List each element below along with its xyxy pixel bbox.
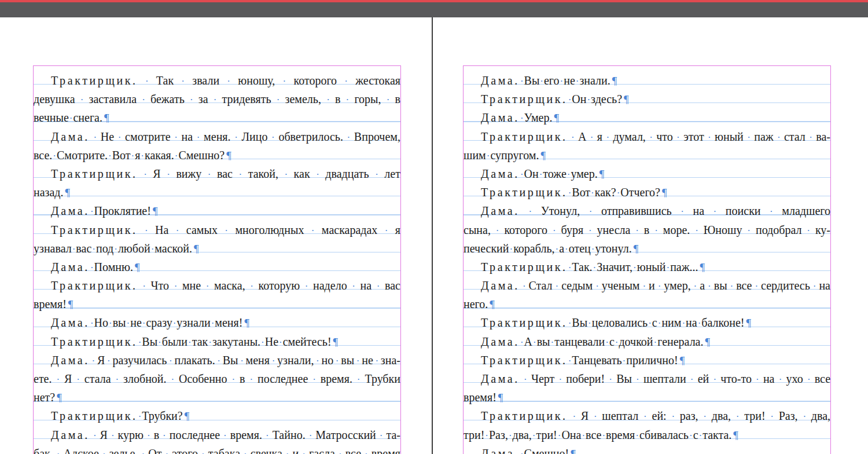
word: узнали, bbox=[277, 351, 314, 369]
text-line[interactable]: бак.·Адское·зелье.·От·этого·табака·свечк… bbox=[34, 444, 400, 454]
space-dot-icon: · bbox=[508, 427, 513, 444]
space-dot-icon: · bbox=[532, 334, 537, 351]
word: Я bbox=[97, 351, 105, 369]
text-line[interactable]: Дама.·Я·курю·в·последнее·время.·Тайно.·М… bbox=[34, 426, 400, 444]
text-line[interactable]: Трактирщик.·Вы·были·так·закутаны.·Не·сме… bbox=[34, 332, 400, 351]
word: были bbox=[162, 332, 187, 351]
word: бак. bbox=[34, 444, 53, 454]
word: с bbox=[652, 313, 657, 332]
text-line[interactable]: Дама.·Я·разучилась·плакать.·Вы·меня·узна… bbox=[34, 351, 400, 369]
space-dot-icon: · bbox=[72, 371, 84, 388]
space-dot-icon: · bbox=[53, 445, 64, 454]
space-dot-icon: · bbox=[201, 277, 214, 295]
word: ете. bbox=[34, 369, 52, 388]
text-line[interactable]: Трактирщик.·Так·звали·юношу,·которого·же… bbox=[34, 71, 400, 90]
text-line[interactable]: Дама.·Утонул,·отправившись·на·поиски·мла… bbox=[464, 202, 830, 220]
word: снега. bbox=[73, 108, 102, 127]
text-line[interactable]: шим·супругом.¶ bbox=[464, 146, 830, 164]
space-dot-icon: · bbox=[300, 277, 313, 295]
text-line[interactable]: Дама.·Проклятие!¶ bbox=[34, 202, 400, 220]
space-dot-icon: · bbox=[752, 371, 763, 388]
word: Смотрите. bbox=[57, 146, 108, 164]
text-line[interactable]: Трактирщик.·Я·шептал·ей:·раз,·два,·три!·… bbox=[464, 407, 830, 425]
text-frame-right[interactable]: Дама.·Вы·его·не·знали.¶Трактирщик.·Он·зд… bbox=[463, 65, 831, 454]
space-dot-icon: · bbox=[306, 427, 316, 444]
space-dot-icon: · bbox=[589, 408, 602, 425]
pilcrow-icon: ¶ bbox=[571, 445, 576, 454]
text-line[interactable]: Дама.·Черт·побери!·Вы·шептали·ей·что-то·… bbox=[464, 369, 830, 388]
word: не bbox=[564, 71, 575, 90]
text-line[interactable]: Трактирщик.·Я·вижу·вас·такой,·как·двадца… bbox=[34, 164, 400, 183]
space-dot-icon: · bbox=[564, 240, 569, 258]
pilcrow-icon: ¶ bbox=[662, 184, 667, 202]
text-line[interactable]: ете.·Я·стала·злобной.·Особенно·в·последн… bbox=[34, 369, 400, 388]
space-dot-icon: · bbox=[698, 408, 712, 425]
text-line[interactable]: Трактирщик.·Он·здесь?¶ bbox=[464, 90, 830, 108]
space-dot-icon: · bbox=[646, 129, 656, 146]
text-line[interactable]: Трактирщик.·Вы·целовались·с·ним·на·балко… bbox=[464, 313, 830, 332]
space-dot-icon: · bbox=[137, 91, 150, 108]
space-dot-icon: · bbox=[376, 427, 387, 444]
text-line[interactable]: Дама.·Стал·седым·ученым·и·умер,·а·вы·все… bbox=[464, 276, 830, 295]
text-line[interactable]: назад.¶ bbox=[34, 183, 400, 202]
text-line[interactable]: Трактирщик.·Что·мне·маска,·которую·надел… bbox=[34, 276, 400, 295]
word: юношу, bbox=[238, 71, 275, 90]
word: но bbox=[321, 351, 333, 369]
text-line[interactable]: Дама.·А·вы·танцевали·с·дочкой·генерала.¶ bbox=[464, 332, 830, 351]
character-name: Дама. bbox=[481, 332, 520, 351]
space-dot-icon: · bbox=[638, 408, 652, 425]
word: А bbox=[578, 127, 586, 146]
text-line[interactable]: печеский·корабль,·а·отец·утонул.¶ bbox=[464, 239, 830, 258]
word: такта. bbox=[703, 426, 731, 444]
space-dot-icon: · bbox=[691, 277, 700, 295]
text-line[interactable]: Дама.·Но·вы·не·сразу·узнали·меня!¶ bbox=[34, 313, 400, 332]
word: надело bbox=[313, 276, 347, 295]
character-name: Дама. bbox=[481, 276, 520, 295]
space-dot-icon: · bbox=[321, 91, 335, 108]
word: время bbox=[372, 444, 400, 454]
text-line[interactable]: Дама.·Умер.¶ bbox=[464, 108, 830, 127]
text-line[interactable]: сына,·которого·буря·унесла·в·море.·Юношу… bbox=[464, 221, 830, 239]
pilcrow-icon: ¶ bbox=[244, 314, 249, 332]
text-line[interactable]: Трактирщик.·Танцевать·прилично!¶ bbox=[464, 351, 830, 369]
text-line[interactable]: девушка·заставила·бежать·за·тридевять·зе… bbox=[34, 90, 400, 108]
space-dot-icon: · bbox=[520, 445, 524, 454]
text-line[interactable]: Дама.·Смешно!¶ bbox=[464, 444, 830, 454]
text-frame-left[interactable]: Трактирщик.·Так·звали·юношу,·которого·же… bbox=[33, 65, 401, 454]
text-line[interactable]: три!·Раз,·два,·три!·Она·все·время·сбивал… bbox=[464, 426, 830, 444]
word: вечные bbox=[34, 108, 69, 127]
text-line[interactable]: Трактирщик.·Вот·как?·Отчего?¶ bbox=[464, 183, 830, 202]
text-line[interactable]: Дама.·Не·смотрите·на·меня.·Лицо·обветрил… bbox=[34, 127, 400, 146]
text-line[interactable]: Трактирщик.·А·я·думал,·что·этот·юный·паж… bbox=[464, 127, 830, 146]
word: сына, bbox=[464, 221, 491, 239]
space-dot-icon: · bbox=[605, 334, 609, 351]
text-line[interactable]: Трактирщик.·Так.·Значит,·юный·паж...¶ bbox=[464, 258, 830, 276]
text-line[interactable]: все.·Смотрите.·Вот·я·какая.·Смешно?¶ bbox=[34, 146, 400, 164]
word: многолюдных bbox=[235, 221, 304, 239]
word: шептали bbox=[643, 369, 686, 388]
pilcrow-icon: ¶ bbox=[540, 147, 546, 164]
space-dot-icon: · bbox=[219, 72, 238, 90]
word: Вот bbox=[112, 146, 131, 164]
text-line[interactable]: вечные·снега.¶ bbox=[34, 108, 400, 127]
text-line[interactable]: Трактирщик.·Трубки?¶ bbox=[34, 407, 400, 425]
text-line[interactable]: Дама.·Он·тоже·умер.¶ bbox=[464, 164, 830, 183]
text-line[interactable]: него.¶ bbox=[464, 295, 830, 313]
space-dot-icon: · bbox=[275, 72, 293, 90]
word: на bbox=[182, 127, 193, 146]
text-line[interactable]: Трактирщик.·На·самых·многолюдных·маскара… bbox=[34, 221, 400, 239]
text-line[interactable]: Дама.·Помню.¶ bbox=[34, 258, 400, 276]
word: Не bbox=[265, 332, 278, 351]
space-dot-icon: · bbox=[90, 203, 94, 220]
text-line[interactable]: время!¶ bbox=[34, 295, 400, 313]
text-line[interactable]: нет?¶ bbox=[34, 388, 400, 407]
text-line[interactable]: узнавал·вас·под·любой·маской.¶ bbox=[34, 239, 400, 258]
word: какая. bbox=[145, 146, 174, 164]
space-dot-icon: · bbox=[108, 314, 113, 332]
space-dot-icon: · bbox=[491, 222, 504, 239]
space-dot-icon: · bbox=[615, 334, 619, 351]
space-dot-icon: · bbox=[632, 259, 637, 276]
text-line[interactable]: время!¶ bbox=[464, 388, 830, 407]
space-dot-icon: · bbox=[520, 72, 524, 90]
text-line[interactable]: Дама.·Вы·его·не·знали.¶ bbox=[464, 71, 830, 90]
